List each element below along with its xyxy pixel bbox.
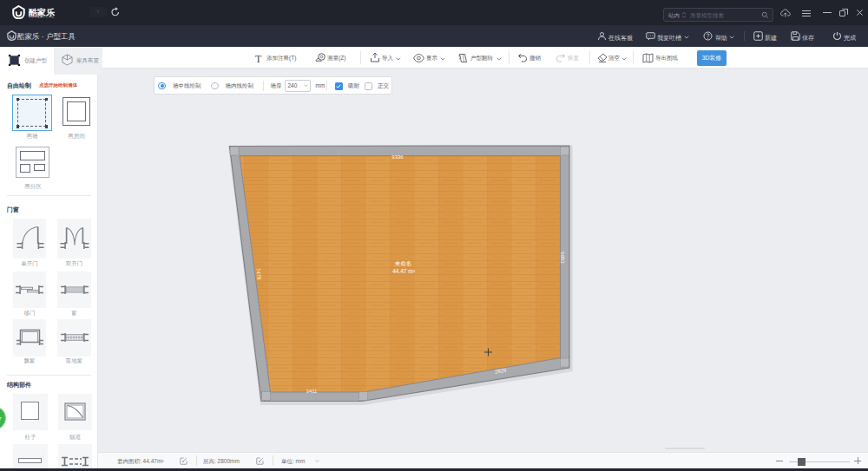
svg-text:3411: 3411 bbox=[306, 389, 319, 394]
svg-text:44.47 m²: 44.47 m² bbox=[392, 268, 415, 274]
svg-text:9336: 9336 bbox=[391, 154, 404, 160]
svg-text:未命名: 未命名 bbox=[395, 260, 412, 267]
svg-text:5953: 5953 bbox=[560, 252, 565, 264]
